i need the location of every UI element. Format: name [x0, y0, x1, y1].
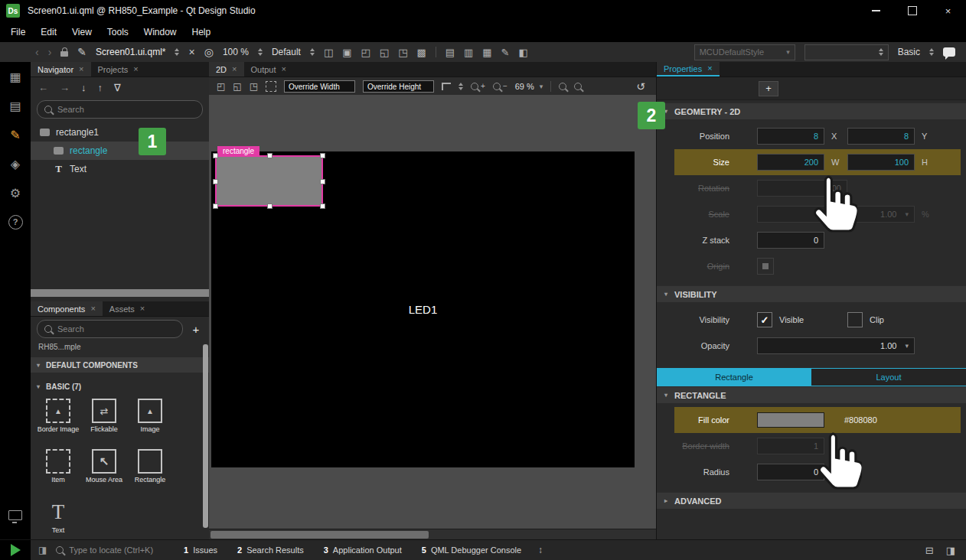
position-x-field[interactable]: 8	[757, 128, 824, 145]
help-mode-icon[interactable]: ?	[0, 207, 31, 236]
zoom-out-icon[interactable]: −	[493, 83, 507, 90]
resize-handle-nw[interactable]	[213, 153, 218, 158]
component-item[interactable]: Item	[35, 449, 81, 498]
kit-monitor-icon[interactable]	[8, 510, 22, 520]
component-mouse-area[interactable]: ↖ Mouse Area	[81, 449, 127, 498]
close-button[interactable]: ×	[930, 0, 966, 21]
run-target-icon[interactable]: ◎	[204, 47, 214, 57]
tree-item-rectangle[interactable]: rectangle	[31, 142, 209, 160]
sidebar-toggle-icon[interactable]: ◨	[946, 545, 955, 556]
paste-icon[interactable]: ◱	[380, 47, 389, 58]
override-height-field[interactable]: Override Height	[363, 80, 434, 93]
edit-file-icon[interactable]: ✎	[77, 47, 86, 57]
zoom-fit-icon[interactable]	[574, 83, 582, 90]
clip-checkbox[interactable]	[847, 312, 863, 327]
tab-navigator[interactable]: Navigator ×	[31, 62, 91, 77]
zoom-select[interactable]: 100 %	[223, 47, 249, 57]
nav-forward-icon[interactable]: →	[60, 82, 70, 93]
debug-mode-icon[interactable]: ◈	[0, 149, 31, 178]
resize-handle-se[interactable]	[320, 203, 325, 209]
filter-icon[interactable]: ∇	[114, 82, 121, 93]
close-tab-icon[interactable]: ×	[232, 65, 237, 73]
tree-item-rectangle1[interactable]: rectangle1	[31, 123, 209, 142]
grid-view-icon[interactable]: ▦	[482, 47, 491, 58]
maximize-button[interactable]	[894, 0, 930, 21]
resize-handle-sw[interactable]	[213, 203, 218, 209]
kit-select[interactable]: Default	[272, 47, 301, 57]
select-tool-icon[interactable]: ◰	[217, 81, 225, 92]
component-border-image[interactable]: ▲ Border Image	[35, 399, 81, 448]
components-scrollbar[interactable]	[203, 344, 208, 528]
override-width-field[interactable]: Override Width	[284, 80, 355, 93]
artboard-text[interactable]: LED1	[211, 302, 635, 315]
component-image[interactable]: ▲ Image	[127, 399, 173, 448]
section-basic[interactable]: ▾ BASIC (7)	[31, 379, 209, 394]
tree-item-text[interactable]: T Text	[31, 160, 209, 178]
reset-view-icon[interactable]: ↺	[636, 80, 645, 93]
section-default-components[interactable]: ▾ DEFAULT COMPONENTS	[31, 357, 209, 373]
kit-spinner[interactable]	[310, 48, 315, 56]
tab-rectangle-properties[interactable]: Rectangle	[657, 369, 811, 386]
fill-color-swatch[interactable]	[757, 412, 824, 428]
terminal-icon[interactable]: ⊟	[925, 545, 934, 556]
section-geometry[interactable]: ▾ GEOMETRY - 2D	[657, 103, 966, 119]
duplicate-icon[interactable]: ◳	[398, 47, 407, 58]
navigator-search-input[interactable]: Search	[37, 100, 203, 119]
resize-handle-w[interactable]	[213, 179, 218, 184]
panel-splitter[interactable]	[31, 289, 209, 297]
size-width-field[interactable]: 200	[757, 154, 824, 171]
canvas-hscrollbar[interactable]	[209, 529, 656, 540]
secondary-select[interactable]	[804, 44, 889, 60]
copy-icon[interactable]: ◰	[361, 47, 370, 58]
tab-layout-properties[interactable]: Layout	[811, 369, 966, 386]
style-select[interactable]: MCUDefaultStyle ▾	[694, 44, 795, 60]
scrollbar-thumb[interactable]	[210, 531, 429, 539]
pane-search-results[interactable]: 2Search Results	[237, 545, 304, 555]
close-tab-icon[interactable]: ×	[79, 65, 83, 73]
resize-handle-s[interactable]	[267, 203, 273, 209]
canvas-area[interactable]: LED1 rectangle	[209, 95, 656, 529]
frame-icon[interactable]: ◧	[519, 47, 528, 58]
add-property-button[interactable]: +	[759, 81, 778, 96]
pane-updown-icon[interactable]: ↕	[538, 545, 543, 555]
menu-help[interactable]: Help	[184, 27, 219, 37]
welcome-mode-icon[interactable]: ▦	[0, 62, 31, 91]
file-spinner[interactable]	[175, 48, 179, 56]
close-tab-icon[interactable]: ×	[140, 304, 145, 313]
pan-tool-icon[interactable]: ◱	[233, 81, 241, 92]
section-visibility[interactable]: ▾ VISIBILITY	[657, 285, 966, 302]
menu-tools[interactable]: Tools	[100, 27, 136, 37]
add-module-button[interactable]: +	[189, 323, 203, 336]
close-file-icon[interactable]: ×	[188, 47, 194, 57]
feedback-bubble-icon[interactable]	[943, 47, 955, 57]
theme-spinner[interactable]	[929, 48, 934, 56]
resize-handle-ne[interactable]	[320, 153, 325, 158]
tools-mode-icon[interactable]: ⚙	[0, 178, 31, 207]
snapshot-icon[interactable]: ▣	[342, 47, 351, 58]
zoom-in-icon[interactable]: +	[471, 83, 485, 90]
fill-color-hex[interactable]: #808080	[844, 415, 877, 425]
component-flickable[interactable]: ⇄ Flickable	[81, 399, 127, 448]
close-tab-icon[interactable]: ×	[133, 65, 138, 73]
snap-corner-icon[interactable]	[442, 83, 451, 90]
zoom-spinner[interactable]	[258, 48, 263, 56]
table-icon[interactable]: ▥	[464, 47, 473, 58]
minimize-button[interactable]	[858, 0, 894, 21]
forward-icon[interactable]: ›	[48, 47, 52, 57]
pane-application-output[interactable]: 3Application Output	[324, 545, 402, 555]
move-up-icon[interactable]: ↑	[98, 82, 103, 93]
visible-checkbox[interactable]: ✓	[757, 312, 772, 327]
section-rectangle[interactable]: ▾ RECTANGLE	[657, 386, 966, 403]
components-search-input[interactable]: Search	[37, 320, 183, 338]
secondary-select-spinner[interactable]	[879, 48, 883, 56]
theme-select[interactable]: Basic	[898, 47, 920, 57]
tab-2d[interactable]: 2D ×	[209, 62, 244, 77]
canvas-spinner[interactable]	[459, 83, 463, 90]
tab-components[interactable]: Components ×	[31, 301, 103, 316]
component-text[interactable]: T Text	[35, 500, 81, 540]
list-icon[interactable]: ▤	[445, 47, 455, 58]
tab-properties[interactable]: Properties ×	[657, 62, 720, 77]
close-tab-icon[interactable]: ×	[282, 65, 286, 73]
tab-assets[interactable]: Assets ×	[103, 301, 152, 316]
close-tab-icon[interactable]: ×	[707, 64, 712, 73]
